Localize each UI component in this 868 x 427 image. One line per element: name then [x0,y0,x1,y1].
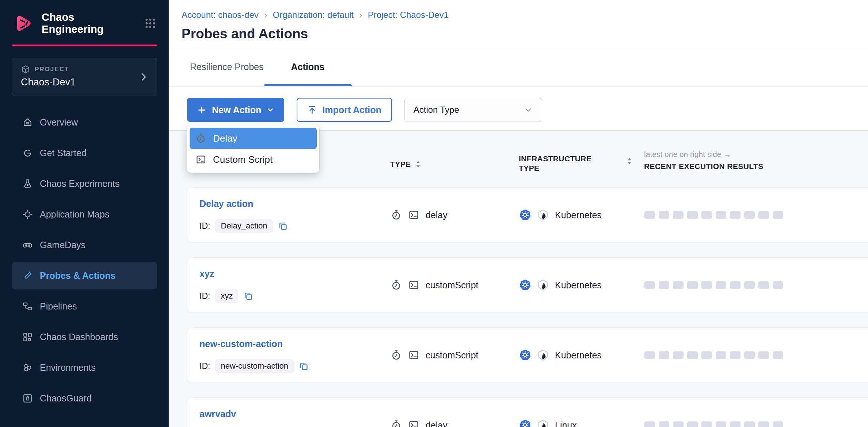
execution-result-placeholder [659,281,669,289]
execution-result-placeholder [673,281,684,289]
sidebar-item-label: Chaos Dashboards [40,332,118,342]
harness-chaos-logo-icon [13,13,34,34]
sidebar-item-pipelines[interactable]: Pipelines [12,292,157,320]
project-selector[interactable]: PROJECT Chaos-Dev1 [12,58,157,96]
breadcrumb-separator: › [263,10,268,20]
action-type-cell: delay [391,420,448,427]
execution-result-placeholder [701,281,712,289]
execution-results [644,281,783,289]
execution-result-placeholder [730,281,741,289]
app-title: Chaos Engineering [42,11,136,35]
action-id-chip: xyz [215,289,238,303]
linux-icon [537,279,549,291]
new-action-button[interactable]: New Action [187,98,284,122]
chevron-down-icon [524,105,533,115]
execution-result-placeholder [744,422,755,427]
action-type-value: Action Type [414,105,459,115]
infrastructure-type-cell: Kubernetes [519,349,602,361]
crosshair-icon [22,209,33,220]
execution-result-placeholder [687,351,698,359]
sidebar-item-overview[interactable]: Overview [12,108,157,136]
project-label: PROJECT [35,66,69,73]
execution-results [644,422,783,427]
page-title: Probes and Actions [182,26,308,42]
sort-icon[interactable] [416,160,420,168]
action-row: new-custom-action ID: new-custom-action … [187,327,868,383]
brand-accent-divider [12,45,157,46]
sidebar-item-chaos-experiments[interactable]: Chaos Experiments [12,170,157,197]
execution-result-placeholder [673,422,684,427]
execution-result-placeholder [687,211,698,219]
execution-result-placeholder [716,422,726,427]
sidebar-item-label: Chaos Experiments [40,178,119,189]
sidebar-nav: Overview Get Started Chaos Experiments [12,108,157,415]
action-type-value: customScript [426,280,478,291]
execution-result-placeholder [673,351,684,359]
action-type-cell: customScript [391,350,478,361]
dashboard-icon [22,331,33,343]
sidebar-item-chaos-dashboards[interactable]: Chaos Dashboards [12,323,157,351]
breadcrumb-separator: › [358,10,363,20]
app-grid-icon[interactable] [144,17,157,30]
sidebar-item-environments[interactable]: Environments [12,354,157,381]
tab-bar: Resilience Probes Actions [190,47,352,86]
sidebar-item-application-maps[interactable]: Application Maps [12,200,157,228]
sidebar-item-get-started[interactable]: Get Started [12,139,157,167]
import-action-button[interactable]: Import Action [297,98,392,122]
menu-item-delay[interactable]: Delay [190,128,317,149]
sidebar-item-label: Probes & Actions [40,270,115,281]
linux-icon [537,419,549,427]
action-row: Delay action ID: Delay_action delay [187,187,868,243]
sort-icon[interactable] [627,157,632,165]
tab-actions[interactable]: Actions [264,47,352,86]
action-type-select[interactable]: Action Type [404,98,542,122]
action-name-link[interactable]: xyz [199,269,214,279]
sidebar-item-chaosguard[interactable]: ChaosGuard [12,384,157,412]
actions-table: TYPE INFRASTRUCTURE TYPE latest one on r… [169,130,868,427]
terminal-icon [408,280,419,291]
breadcrumb-organization-link[interactable]: Organization: default [273,10,353,20]
execution-result-placeholder [701,211,712,219]
execution-result-placeholder [659,351,669,359]
copy-icon[interactable] [278,221,288,231]
copy-icon[interactable] [243,291,253,301]
breadcrumb-account-link[interactable]: Account: chaos-dev [182,10,259,20]
home-icon [22,117,33,128]
cube-icon [21,65,30,74]
action-type-value: delay [426,210,448,220]
sidebar-item-probes-and-actions[interactable]: Probes & Actions [12,262,157,289]
breadcrumb-project-link[interactable]: Project: Chaos-Dev1 [368,10,449,20]
type-header-label: TYPE [390,160,411,169]
terminal-icon [408,420,419,427]
new-action-label: New Action [212,105,261,115]
latest-run-note: latest one on right side → [644,150,764,159]
sidebar-item-label: Environments [40,362,96,373]
id-label: ID: [199,291,210,301]
action-id-row: ID: new-custom-action [199,359,309,373]
brand: Chaos Engineering [13,12,157,34]
tab-resilience-probes[interactable]: Resilience Probes [190,47,264,86]
execution-result-placeholder [701,422,712,427]
execution-result-placeholder [730,422,741,427]
action-row: xyz ID: xyz customScript [187,257,868,313]
execution-result-placeholder [744,351,755,359]
action-name-link[interactable]: new-custom-action [199,339,283,349]
chevron-right-icon [138,72,149,82]
execution-result-placeholder [744,211,755,219]
action-name-link[interactable]: Delay action [199,199,253,209]
execution-results [644,211,783,219]
copy-icon[interactable] [299,361,309,371]
execution-result-placeholder [673,211,684,219]
kubernetes-icon [519,349,531,361]
menu-item-custom-script[interactable]: Custom Script [190,149,317,170]
infrastructure-type-value: Kubernetes [555,350,602,361]
column-header-infra-sort [627,157,632,165]
action-name-link[interactable]: awrvadv [199,409,236,419]
action-id-chip: new-custom-action [215,359,294,373]
terminal-icon [408,350,419,361]
execution-result-placeholder [758,211,769,219]
id-label: ID: [199,361,210,371]
column-header-infrastructure-type: INFRASTRUCTURE TYPE [519,154,599,173]
sidebar-item-label: ChaosGuard [40,393,92,404]
sidebar-item-gamedays[interactable]: GameDays [12,231,157,259]
